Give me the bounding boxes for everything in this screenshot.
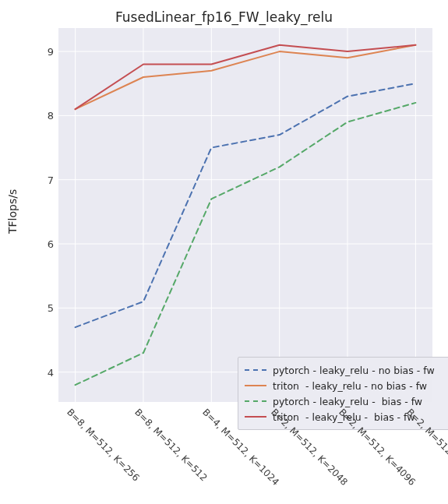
y-tick-label: 5	[35, 302, 54, 314]
legend-swatch	[245, 416, 266, 418]
y-tick-label: 7	[35, 174, 54, 185]
plot-area: pytorch - leaky_relu - no bias - fw trit…	[58, 28, 432, 402]
legend-label: triton - leaky_relu - no bias - fw	[273, 380, 427, 392]
series-lines	[76, 45, 416, 385]
y-tick-label: 4	[35, 366, 54, 378]
legend-swatch	[245, 385, 266, 386]
x-tick-label: B=8, M=512, K=512	[132, 407, 210, 484]
x-tick-label: B=8, M=512, K=256	[65, 407, 142, 484]
chart-title: FusedLinear_fp16_FW_leaky_relu	[0, 9, 448, 25]
series-line	[76, 83, 416, 327]
legend-item: triton - leaky_relu - no bias - fw	[245, 378, 448, 393]
legend-swatch	[245, 369, 266, 371]
chart-figure: FusedLinear_fp16_FW_leaky_relu TFlops/s …	[0, 0, 448, 504]
y-tick-label: 8	[35, 110, 54, 122]
y-tick-label: 6	[35, 238, 54, 250]
legend-swatch	[245, 400, 266, 402]
legend-label: pytorch - leaky_relu - bias - fw	[273, 396, 422, 407]
y-axis-label: TFlops/s	[6, 189, 19, 234]
y-tick-label: 9	[35, 46, 54, 58]
legend-item: pytorch - leaky_relu - no bias - fw	[245, 362, 448, 378]
plot-svg	[58, 28, 432, 402]
legend-label: pytorch - leaky_relu - no bias - fw	[273, 365, 435, 376]
